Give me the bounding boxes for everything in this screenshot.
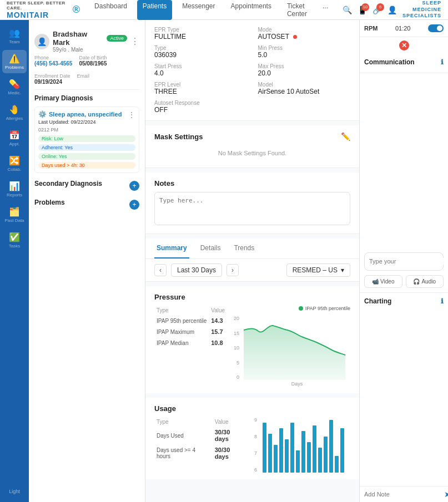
main-layout: 👥 Team ⚠️ Problems 💊 Medic. 🤚 Allergies … — [0, 20, 448, 502]
risk-tag: Risk: Low — [38, 135, 135, 142]
add-problem-button[interactable]: + — [129, 200, 139, 210]
usage-col-type: Type — [154, 417, 213, 427]
patient-name-block: Bradshaw Mark Active 59y/o . Male — [53, 30, 127, 53]
error-icon: ✕ — [399, 40, 409, 50]
prev-date-button[interactable]: ‹ — [154, 264, 167, 276]
sidebar-item-medic[interactable]: 💊 Medic. — [2, 75, 27, 99]
sidebar-label-appt: Appt. — [9, 141, 20, 146]
patient-header-section: 👤 Bradshaw Mark Active 59y/o . Male ⋮ — [34, 26, 139, 90]
rpm-toggle[interactable] — [428, 24, 444, 32]
sidebar-bottom: Light — [7, 485, 22, 498]
device-settings-section: EPR Type FULLTIME Mode AUTOSET Type — [145, 20, 359, 121]
region-select[interactable]: RESMED – US ▾ — [286, 263, 350, 277]
nav-messenger[interactable]: Messenger — [177, 0, 220, 20]
primary-diag-title: Primary Diagnosis — [34, 94, 93, 102]
sidebar-item-tasks[interactable]: ✅ Tasks — [2, 229, 27, 252]
type-setting: Type 036039 — [154, 45, 247, 59]
user-icon[interactable]: 👤 — [387, 6, 397, 14]
sidebar-item-allergies[interactable]: 🤚 Allergies — [2, 101, 27, 124]
usage-y-axis: 9 8 7 6 — [254, 417, 259, 473]
model-setting: Model AirSense 10 AutoSet — [258, 82, 351, 95]
rpm-error: ✕ — [360, 37, 448, 54]
tab-details[interactable]: Details — [198, 239, 223, 258]
autoset-setting: Autoset Response OFF — [154, 100, 247, 114]
action-buttons: 📹 Video 🎧 Audio — [360, 275, 448, 292]
chat-input-area: 📎 ➤ — [364, 252, 444, 271]
sidebar-item-past-data[interactable]: 🗂️ Past Data — [2, 203, 27, 226]
sidebar-label-reports: Reports — [7, 192, 22, 197]
tabs: Summary Details Trends — [154, 239, 350, 258]
nav-appointments[interactable]: Appointments — [225, 0, 277, 20]
main-content: EPR Type FULLTIME Mode AUTOSET Type — [145, 20, 448, 502]
audio-button[interactable]: 🎧 Audio — [406, 275, 444, 288]
diag-settings-icon[interactable]: ⚙️ — [38, 110, 47, 118]
search-icon[interactable]: 🔍 — [343, 6, 352, 14]
patient-name: Bradshaw Mark — [53, 30, 103, 47]
sidebar-item-team[interactable]: 👥 Team — [2, 24, 27, 48]
sidebar-item-appt[interactable]: 📅 Appt. — [2, 126, 27, 150]
center-panel: EPR Type FULLTIME Mode AUTOSET Type — [145, 20, 359, 502]
add-note-input[interactable] — [364, 491, 441, 498]
sidebar-item-problems[interactable]: ⚠️ Problems — [2, 50, 27, 73]
start-press-setting: Start Press 4.0 — [154, 63, 247, 77]
pressure-table: Type Value IPAP 95th percentile 14.3 — [154, 306, 227, 387]
pressure-col-type: Type — [154, 306, 209, 315]
diag-more-icon[interactable]: ⋮ — [128, 110, 135, 119]
usage-col-value: Value — [213, 417, 248, 427]
secondary-diag-header: Secondary Diagnosis + — [34, 180, 139, 192]
team-icon: 👥 — [9, 28, 20, 38]
next-date-button[interactable]: › — [226, 264, 239, 276]
sidebar-label-team: Team — [9, 39, 20, 44]
patient-avatar: 👤 — [34, 34, 49, 49]
charting-info-icon[interactable]: ℹ — [441, 297, 444, 305]
usage-chart-title: Usage — [154, 404, 350, 413]
tab-trends[interactable]: Trends — [231, 239, 256, 258]
patient-phone: (456) 543-4565 — [34, 60, 72, 67]
right-panel: RPM 01:20 ✕ Communication ℹ — [359, 20, 448, 502]
appt-icon: 📅 — [9, 130, 20, 140]
medic-icon: 💊 — [9, 79, 20, 89]
patient-enrollment: 09/19/2024 — [34, 79, 71, 85]
sidebar-label-past-data: Past Data — [4, 218, 24, 223]
nav-more[interactable]: ... — [317, 0, 334, 20]
mask-edit-icon[interactable]: ✏️ — [341, 132, 350, 141]
video-button[interactable]: 📹 Video — [364, 275, 402, 288]
svg-rect-14 — [340, 428, 344, 473]
table-row: IPAP Median 10.8 — [154, 337, 227, 348]
mode-value: AUTOSET — [258, 33, 351, 40]
comm-info-icon[interactable]: ℹ — [441, 58, 444, 66]
add-secondary-diag-button[interactable]: + — [129, 181, 139, 191]
sidebar-item-reports[interactable]: 📊 Reports — [2, 178, 27, 201]
problems-header: Problems + — [34, 199, 139, 211]
notification-icon[interactable]: 📱10 — [358, 6, 367, 14]
dob-info: Date of Birth 05/08/1965 — [79, 55, 107, 67]
theme-toggle[interactable]: Light — [7, 485, 22, 498]
mode-status-dot — [293, 35, 297, 39]
nav-ticket-center[interactable]: Ticket Center — [281, 0, 313, 20]
rpm-header: RPM 01:20 — [360, 20, 448, 37]
tab-summary[interactable]: Summary — [154, 239, 189, 258]
nav-dashboard[interactable]: Dashboard — [89, 0, 133, 20]
sidebar-item-collab[interactable]: 🔀 Collab. — [2, 152, 27, 175]
more-options-button[interactable]: ⋮ — [130, 36, 139, 47]
nav-patients[interactable]: Patients — [137, 0, 172, 20]
problems-section: Problems + — [34, 199, 139, 211]
diag-name: Sleep apnea, unspecified — [49, 111, 122, 118]
table-row: Days used >= 4 hours 30/30 days — [154, 444, 248, 462]
chat-input[interactable] — [369, 258, 446, 265]
usage-chart-container: Type Value Days Used 30/30 days — [154, 417, 350, 473]
add-note-send-icon[interactable]: ➤ — [444, 490, 448, 499]
svg-rect-10 — [318, 448, 322, 473]
pressure-chart-title: Pressure — [154, 293, 350, 301]
activity-icon[interactable]: 🔗6 — [373, 6, 382, 14]
notes-section: Notes — [145, 173, 359, 234]
diag-time: 0212 PM — [38, 127, 135, 133]
charting-title: Charting ℹ — [364, 297, 444, 305]
logo-tagline: BETTER SLEEP. BETTER CARE. — [7, 1, 69, 11]
days-tag: Days used > 4h: 30 — [38, 162, 135, 169]
communication-section: Communication ℹ — [360, 54, 448, 73]
sidebar-label-problems: Problems — [5, 65, 24, 70]
mode-setting: Mode AUTOSET — [258, 27, 351, 40]
sidebar-label-tasks: Tasks — [9, 244, 20, 249]
notes-textarea[interactable] — [154, 192, 350, 225]
